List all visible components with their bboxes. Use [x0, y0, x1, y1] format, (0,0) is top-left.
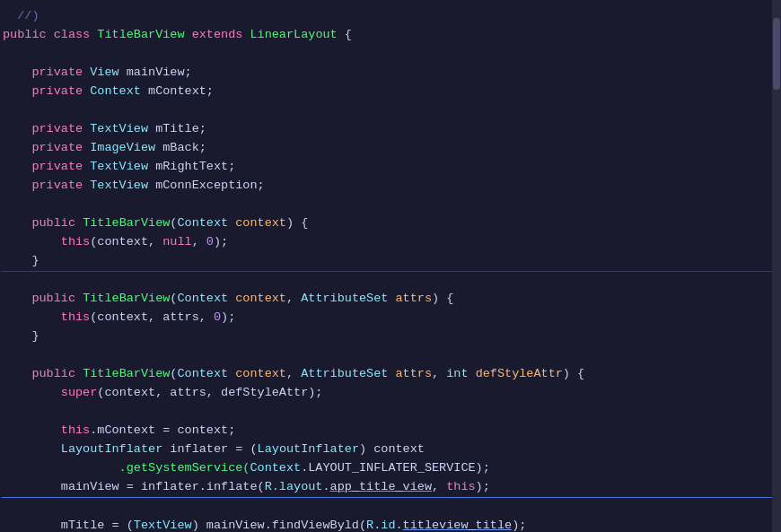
line-content: this.mContext = context; [3, 422, 774, 440]
code-line: this(context, null, 0); [0, 233, 781, 252]
token: attrs [396, 292, 433, 305]
token: private [31, 160, 90, 173]
token: { [338, 28, 352, 41]
code-line: LayoutInflater inflater = (LayoutInflate… [0, 440, 781, 459]
token: 0 [206, 235, 214, 249]
token: mContext; [148, 84, 214, 98]
code-line: } [0, 252, 781, 271]
token: ); [214, 235, 228, 249]
token [3, 367, 31, 380]
code-line: private Context mContext; [0, 83, 781, 101]
line-content: public TitleBarView(Context context, Att… [3, 290, 774, 309]
token: (context, attrs, defStyleAttr); [97, 386, 322, 399]
code-line: public TitleBarView(Context context, Att… [0, 290, 781, 309]
code-line: mainView = inflater.inflate(R.layout.app… [0, 478, 781, 498]
token: int [446, 367, 475, 380]
token [3, 442, 61, 456]
line-content: this(context, null, 0); [3, 233, 774, 252]
token: TextView [90, 160, 155, 173]
line-content: //) [3, 7, 774, 26]
token: ) { [563, 367, 584, 380]
token: this [446, 480, 475, 493]
token [3, 423, 61, 437]
token: public [31, 367, 83, 380]
token: .mContext = context; [90, 423, 235, 437]
token: View [90, 65, 127, 79]
token: TitleBarView [83, 367, 170, 380]
token: AttributeSet [301, 292, 395, 305]
token: TitleBarView [83, 216, 170, 230]
code-line [0, 45, 781, 64]
token: context [235, 216, 286, 230]
code-line: public class TitleBarView extends Linear… [0, 26, 781, 45]
code-line: public TitleBarView(Context context, Att… [0, 365, 781, 384]
line-content: private View mainView; [3, 64, 774, 83]
token [3, 141, 31, 154]
token [3, 386, 61, 399]
token: ) { [432, 292, 453, 305]
token: mBack; [162, 141, 206, 154]
code-line: mTitle = (TextView) mainView.findViewByl… [0, 517, 781, 532]
token: inflater [170, 442, 235, 456]
token: LayoutInflater [61, 442, 171, 456]
token: .getSystemService( [3, 461, 250, 475]
line-content: private TextView mRightText; [3, 158, 774, 177]
token: extends [192, 28, 250, 41]
token: context [235, 367, 286, 380]
token: TextView [90, 122, 155, 135]
token: attrs [396, 367, 433, 380]
token: mainView; [127, 65, 192, 79]
code-line: super(context, attrs, defStyleAttr); [0, 384, 781, 403]
token: this [61, 310, 90, 324]
token: Context [90, 84, 148, 98]
token: ); [512, 519, 526, 532]
token: (context, attrs, [90, 310, 214, 324]
code-line [0, 271, 781, 290]
token: } [3, 254, 39, 267]
token: mRightText; [155, 160, 235, 173]
token: mainView = inflater.inflate( [3, 480, 265, 493]
line-content: public TitleBarView(Context context) { [3, 214, 774, 233]
code-line: private ImageView mBack; [0, 139, 781, 158]
token [3, 216, 31, 230]
token: Context [177, 367, 235, 380]
token [3, 122, 31, 135]
token [3, 160, 31, 173]
token: AttributeSet [301, 367, 395, 380]
token: this [61, 235, 90, 249]
token: //) [3, 9, 39, 22]
token: ) context [359, 442, 425, 456]
token: context [235, 292, 286, 305]
code-line: .getSystemService(Context.LAYOUT_INFLATE… [0, 459, 781, 478]
token: ImageView [90, 141, 162, 154]
code-content: //)public class TitleBarView extends Lin… [0, 0, 781, 532]
token: , [432, 480, 446, 493]
code-line: private TextView mRightText; [0, 158, 781, 177]
token: Context [250, 461, 301, 475]
token: app_title_view [330, 480, 432, 493]
token: = ( [235, 442, 257, 456]
token: LayoutInflater [258, 442, 359, 456]
token: private [31, 141, 90, 154]
token: , [286, 367, 301, 380]
line-content: LayoutInflater inflater = (LayoutInflate… [3, 440, 774, 459]
token: TitleBarView [97, 28, 191, 41]
token: super [61, 386, 98, 399]
code-line: private TextView mTitle; [0, 120, 781, 139]
token: } [3, 329, 39, 343]
token: mTitle = ( [3, 519, 134, 532]
line-content: public class TitleBarView extends Linear… [3, 26, 774, 45]
line-content: private TextView mConnException; [3, 177, 774, 196]
token: titleview_title [403, 519, 513, 532]
code-line [0, 403, 781, 422]
scrollbar-thumb[interactable] [773, 18, 780, 90]
token: 0 [214, 310, 221, 324]
token: , [432, 367, 446, 380]
token: private [31, 84, 90, 98]
scrollbar[interactable] [772, 0, 781, 532]
token: mConnException; [155, 179, 265, 192]
line-content: private ImageView mBack; [3, 139, 774, 158]
code-line: this.mContext = context; [0, 422, 781, 440]
token: Context [177, 216, 235, 230]
token: TitleBarView [83, 292, 170, 305]
